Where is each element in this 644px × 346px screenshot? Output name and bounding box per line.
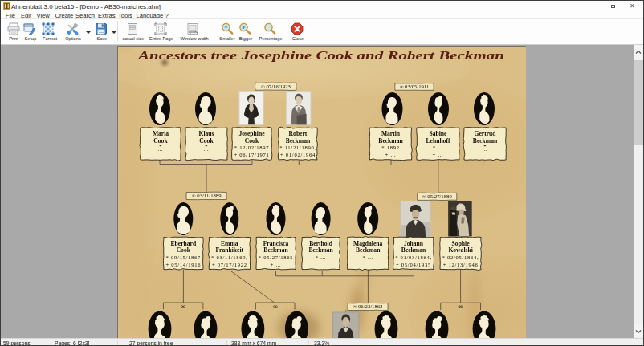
svg-text:…: … [157, 146, 163, 152]
svg-text:+ 12/13/1946: + 12/13/1946 [443, 261, 479, 267]
svg-text:Klaus: Klaus [199, 130, 214, 137]
svg-text:∞: ∞ [273, 303, 278, 311]
svg-text:Sophie: Sophie [452, 239, 471, 246]
svg-text:+ 01/02/1964: + 01/02/1964 [280, 152, 316, 157]
svg-text:Lehnhoff: Lehnhoff [426, 136, 450, 144]
svg-text:Johann: Johann [404, 239, 424, 246]
svg-text:+ 07/17/1922: + 07/17/1922 [212, 261, 247, 267]
svg-text:Eberhard: Eberhard [170, 239, 196, 246]
svg-text:+ 06/17/1971: + 06/17/1971 [234, 152, 270, 157]
svg-text:∞ 03/11/1889: ∞ 03/11/1889 [192, 193, 222, 198]
svg-text:Berthold: Berthold [309, 239, 332, 246]
svg-text:+ 05/14/1916: + 05/14/1916 [165, 261, 201, 267]
svg-text:* 03/11/1869,: * 03/11/1869, [211, 254, 248, 259]
svg-text:∞ 03/05/1911: ∞ 03/05/1911 [400, 83, 430, 89]
svg-text:…: … [482, 146, 487, 152]
svg-text:∞ 05/27/1889: ∞ 05/27/1889 [422, 193, 453, 199]
svg-text:Josephine: Josephine [238, 130, 265, 137]
svg-text:Beckman: Beckman [263, 246, 288, 254]
svg-text:* 02/05/1864,: * 02/05/1864, [442, 254, 479, 259]
svg-text:∞ 07/16/1923: ∞ 07/16/1923 [261, 83, 291, 89]
svg-text:Maria: Maria [153, 130, 169, 137]
svg-text:Beckman: Beckman [401, 246, 426, 254]
svg-text:* 09/15/1867: * 09/15/1867 [166, 254, 201, 259]
svg-text:* 11/21/1890,: * 11/21/1890, [279, 145, 316, 150]
svg-text:* …: * … [316, 254, 327, 259]
svg-text:Ancestors tree Josephine Cook: Ancestors tree Josephine Cook and Robert… [137, 48, 504, 62]
svg-text:Martin: Martin [381, 130, 401, 137]
svg-text:Emma: Emma [221, 239, 238, 246]
svg-text:Beckman: Beckman [286, 136, 311, 144]
svg-text:Cook: Cook [177, 246, 191, 254]
svg-text:Beckman: Beckman [378, 136, 403, 144]
svg-text:Robert: Robert [289, 130, 308, 137]
svg-text:+ 05/04/1935: + 05/04/1935 [396, 261, 431, 267]
svg-text:Beckman: Beckman [356, 246, 381, 254]
svg-text:+ …: + … [270, 261, 281, 267]
svg-text:Beckman: Beckman [308, 246, 333, 254]
svg-text:* 1892: * 1892 [381, 145, 399, 150]
svg-text:Cook: Cook [245, 136, 259, 144]
svg-text:* …: * … [433, 145, 444, 150]
svg-text:Sabine: Sabine [430, 130, 448, 137]
svg-text:∞: ∞ [458, 303, 463, 311]
svg-text:+ …: + … [385, 152, 396, 157]
svg-text:* 12/02/1897: * 12/02/1897 [234, 145, 269, 150]
svg-text:Gertrud: Gertrud [475, 130, 497, 137]
svg-text:∞: ∞ [181, 303, 185, 311]
svg-text:∞ 06/23/1862: ∞ 06/23/1862 [353, 303, 383, 309]
svg-text:Magdalena: Magdalena [353, 239, 382, 246]
svg-text:Kowalski: Kowalski [448, 246, 472, 254]
svg-text:Frankikeit: Frankikeit [215, 246, 243, 254]
svg-text:…: … [203, 146, 209, 152]
svg-text:Francisca: Francisca [263, 239, 289, 246]
svg-text:* …: * … [362, 254, 373, 259]
svg-text:+ …: + … [432, 152, 443, 157]
svg-text:* 05/27/1865: * 05/27/1865 [259, 254, 293, 259]
svg-text:* 01/03/1864,: * 01/03/1864, [395, 254, 432, 259]
